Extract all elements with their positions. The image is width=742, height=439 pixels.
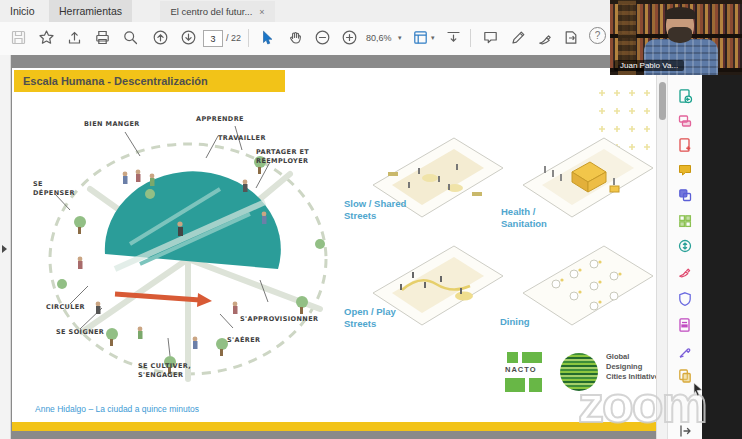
star-favorite-icon[interactable] xyxy=(38,29,55,46)
fill-sign-tool-icon[interactable] xyxy=(677,263,693,279)
combine-files-icon[interactable] xyxy=(677,187,693,203)
mouse-cursor xyxy=(692,382,704,396)
fill-sign-icon[interactable] xyxy=(537,29,554,46)
help-icon[interactable]: ? xyxy=(589,27,606,44)
illustration-label: S'APPROVISIONNER xyxy=(240,315,318,324)
panel-label-slow-shared: Slow / Shared Streets xyxy=(344,198,428,223)
slide-title: Escala Humana - Descentralización xyxy=(14,70,285,92)
select-tool-icon[interactable] xyxy=(258,29,275,46)
tab-document-label: El centro del futur... xyxy=(170,6,252,17)
send-for-signature-icon[interactable] xyxy=(563,29,580,46)
previous-page-icon[interactable] xyxy=(152,29,169,46)
panel-expand-arrow[interactable] xyxy=(2,245,7,253)
toolbar-divider xyxy=(470,29,471,47)
compress-pdf-icon[interactable] xyxy=(677,238,693,254)
create-pdf-icon[interactable] xyxy=(677,113,693,129)
illustration-label: SE SOIGNER xyxy=(56,328,104,337)
edit-pdf-icon[interactable] xyxy=(677,137,693,153)
panel-label-dining: Dining xyxy=(500,316,530,328)
certificates-icon[interactable] xyxy=(677,344,693,360)
illustration-label: APPRENDRE xyxy=(196,115,244,124)
panel-label-health-sanitation: Health / Sanitation xyxy=(501,206,561,231)
toolbar-divider xyxy=(248,29,249,47)
zoom-watermark: zoom xyxy=(578,378,706,430)
quick-tools-icon[interactable] xyxy=(445,29,462,46)
page-total-label: / 22 xyxy=(226,33,241,43)
scrollbar-thumb[interactable] xyxy=(659,82,666,120)
pdf-slide: Escala Humana - Descentralización xyxy=(12,68,656,431)
page-display-icon[interactable] xyxy=(412,29,429,46)
tab-herramientas[interactable]: Herramientas xyxy=(49,0,132,22)
comment-icon[interactable] xyxy=(482,29,499,46)
export-pdf-icon[interactable] xyxy=(677,88,693,104)
close-icon[interactable]: × xyxy=(259,7,264,17)
illustration-label: PARTAGER ET RÉEMPLOYER xyxy=(256,148,318,166)
slide-bottom-accent xyxy=(12,422,656,431)
next-page-icon[interactable] xyxy=(180,29,197,46)
comment-tool-icon[interactable] xyxy=(677,162,693,178)
slide-caption: Anne Hidalgo – La ciudad a quince minuto… xyxy=(35,404,199,414)
page-number-input[interactable] xyxy=(203,30,223,47)
dining-diagram xyxy=(510,238,656,338)
save-icon[interactable] xyxy=(10,29,27,46)
search-icon[interactable] xyxy=(122,29,139,46)
panel-label-open-play: Open / Play Streets xyxy=(344,306,422,331)
print-icon[interactable] xyxy=(94,29,111,46)
illustration-label: SE DÉPENSER xyxy=(33,180,79,198)
protect-icon[interactable] xyxy=(677,291,693,307)
organize-pages-icon[interactable] xyxy=(677,213,693,229)
left-panel-rail xyxy=(0,55,11,439)
zoom-out-icon[interactable] xyxy=(314,29,331,46)
acrobat-window: Inicio Herramientas El centro del futur.… xyxy=(0,0,742,439)
illustration-label: S'AÉRER xyxy=(227,336,260,345)
zoom-letterbox-area xyxy=(702,75,742,439)
nacto-logo: NACTO xyxy=(505,352,553,394)
illustration-label: BIEN MANGER xyxy=(84,120,140,129)
upload-icon[interactable] xyxy=(66,29,83,46)
chevron-down-icon[interactable]: ▾ xyxy=(431,34,435,42)
highlighter-icon[interactable] xyxy=(510,29,527,46)
tab-document[interactable]: El centro del futur...× xyxy=(160,1,274,23)
illustration-label: CIRCULER xyxy=(46,303,85,312)
participant-video: Juan Pablo Va... xyxy=(610,0,742,75)
participant-name-label: Juan Pablo Va... xyxy=(614,60,684,71)
chevron-down-icon[interactable]: ▾ xyxy=(398,34,402,42)
redact-icon[interactable] xyxy=(677,317,693,333)
hand-tool-icon[interactable] xyxy=(287,29,304,46)
zoom-in-icon[interactable] xyxy=(341,29,358,46)
zoom-level-label[interactable]: 80,6% xyxy=(366,33,392,43)
illustration-label: TRAVAILLER xyxy=(218,134,266,143)
illustration-label: SE CULTIVER, S'ENGAGER xyxy=(138,362,210,380)
tab-inicio[interactable]: Inicio xyxy=(0,0,45,22)
nacto-logo-text: NACTO xyxy=(505,365,545,374)
